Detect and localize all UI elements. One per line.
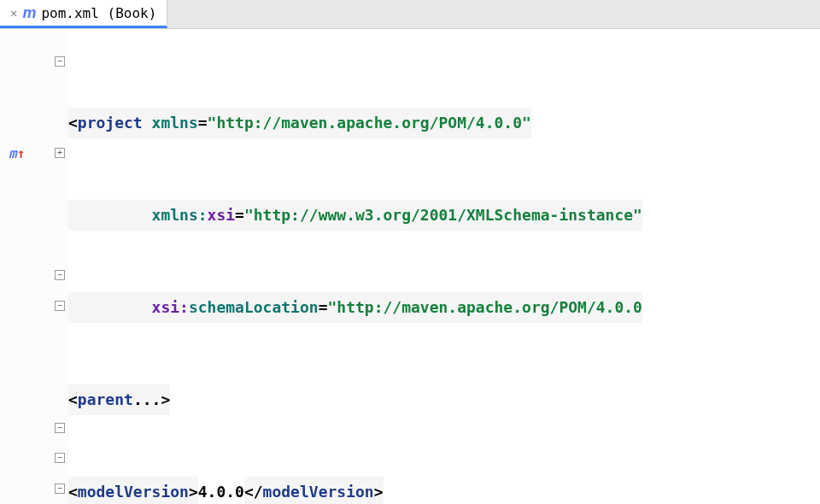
fold-end-icon[interactable]: − xyxy=(55,423,65,433)
editor-area: − m↑+ − − − − − <project xmlns="http://m… xyxy=(0,29,820,504)
maven-icon: m xyxy=(22,4,36,22)
fold-expand-icon[interactable]: + xyxy=(55,148,65,158)
fold-toggle-icon[interactable]: − xyxy=(55,270,65,280)
tab-title: pom.xml (Book) xyxy=(41,5,156,21)
method-up-icon[interactable]: m↑ xyxy=(9,145,25,161)
fold-toggle-icon[interactable]: − xyxy=(55,56,65,67)
tab-bar: ✕ m pom.xml (Book) xyxy=(0,0,820,29)
gutter: − m↑+ − − − − − xyxy=(0,29,68,504)
fold-toggle-icon[interactable]: − xyxy=(55,301,65,311)
fold-end-icon[interactable]: − xyxy=(55,483,65,494)
close-icon[interactable]: ✕ xyxy=(10,6,17,20)
code-editor[interactable]: <project xmlns="http://maven.apache.org/… xyxy=(68,29,820,504)
editor-tab[interactable]: ✕ m pom.xml (Book) xyxy=(0,0,167,28)
fold-end-icon[interactable]: − xyxy=(55,453,65,463)
